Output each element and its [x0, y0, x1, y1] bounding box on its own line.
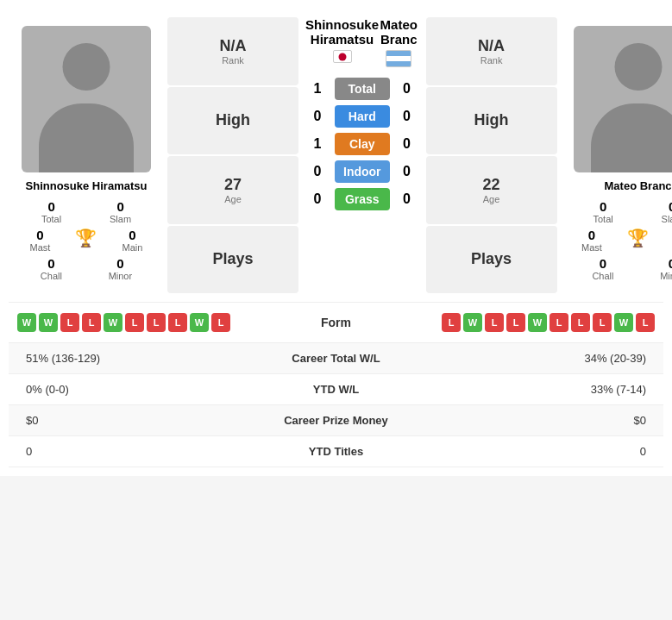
- right-player-name-header: Mateo Branc: [379, 17, 419, 47]
- stats-table-row: 0% (0-0) YTD W/L 33% (7-14): [9, 374, 663, 405]
- stats-col-left: 0% (0-0): [26, 383, 250, 396]
- left-stat-main: 0 Main: [122, 228, 143, 253]
- left-high-box: High: [167, 87, 298, 155]
- form-badge-left: L: [168, 313, 187, 332]
- left-player-avatar: [22, 26, 151, 172]
- form-badge-right: W: [528, 313, 547, 332]
- form-badge-left: L: [82, 313, 101, 332]
- left-stat-chall: 0 Chall: [41, 256, 62, 281]
- form-badge-left: W: [39, 313, 58, 332]
- left-flag: [333, 50, 352, 63]
- right-avatar-head: [614, 43, 662, 91]
- left-rank-box: N/A Rank: [167, 17, 298, 85]
- right-stat-slam: 0 Slam: [662, 199, 672, 224]
- left-stat-slam: 0 Slam: [110, 199, 131, 224]
- stats-col-left: 0: [26, 445, 250, 458]
- stats-col-center: YTD Titles: [250, 445, 423, 458]
- form-row: WWLLWLLLWL Form LWLLWLLLWL: [17, 313, 655, 332]
- score-row-total: 1 Total 0: [305, 78, 419, 100]
- stats-table-row: 51% (136-129) Career Total W/L 34% (20-3…: [9, 343, 663, 374]
- stats-col-left: 51% (136-129): [26, 352, 250, 365]
- right-middle-stats: N/A Rank High 22 Age Plays: [423, 17, 561, 293]
- left-age-box: 27 Age: [167, 156, 298, 224]
- form-badge-right: L: [636, 313, 655, 332]
- score-rows: 1 Total 0 0 Hard 0 1 Clay 0 0 Indoor: [305, 78, 419, 210]
- stats-table: 51% (136-129) Career Total W/L 34% (20-3…: [9, 342, 663, 467]
- form-badge-left: W: [104, 313, 122, 332]
- right-stats-row3: 0 Chall 0 Minor: [569, 256, 672, 281]
- form-badge-right: L: [571, 313, 590, 332]
- right-rank-box: N/A Rank: [426, 17, 557, 85]
- left-stat-mast: 0 Mast: [30, 228, 51, 253]
- left-plays-box: Plays: [167, 226, 298, 294]
- right-player-card: Mateo Branc 0 Total 0 Slam 0 Mast 🏆: [561, 17, 672, 293]
- trophy-icon-right: 🏆: [627, 228, 649, 253]
- form-badge-right: L: [442, 313, 461, 332]
- right-stats-row2: 0 Mast 🏆 0 Main: [569, 228, 672, 253]
- center-section: Shinnosuke Hiramatsu Mateo Branc: [302, 17, 423, 293]
- stats-col-right: 33% (7-14): [423, 383, 647, 396]
- main-container: Shinnosuke Hiramatsu 0 Total 0 Slam 0 Ma…: [0, 0, 672, 476]
- left-stat-total: 0 Total: [41, 199, 61, 224]
- stats-col-right: $0: [423, 414, 647, 427]
- stats-col-right: 0: [423, 445, 647, 458]
- form-badge-left: L: [125, 313, 144, 332]
- left-player-name-header: Shinnosuke Hiramatsu: [305, 17, 379, 47]
- form-badges-left: WWLLWLLLWL: [17, 313, 279, 332]
- left-stats-row2: 0 Mast 🏆 0 Main: [17, 228, 155, 253]
- form-badge-left: W: [190, 313, 209, 332]
- left-stats-row1: 0 Total 0 Slam: [17, 199, 155, 224]
- right-stats-row1: 0 Total 0 Slam: [569, 199, 672, 224]
- right-flag: [386, 50, 411, 67]
- form-section: WWLLWLLLWL Form LWLLWLLLWL: [9, 302, 663, 342]
- form-badges-right: LWLLWLLLWL: [393, 313, 656, 332]
- left-player-name: Shinnosuke Hiramatsu: [26, 179, 148, 192]
- stats-col-left: $0: [26, 414, 250, 427]
- top-section: Shinnosuke Hiramatsu 0 Total 0 Slam 0 Ma…: [9, 9, 663, 302]
- left-stat-minor: 0 Minor: [109, 256, 133, 281]
- form-badge-right: W: [614, 313, 633, 332]
- right-stat-mast: 0 Mast: [581, 228, 602, 253]
- right-stat-minor: 0 Minor: [660, 256, 672, 281]
- left-middle-stats: N/A Rank High 27 Age Plays: [164, 17, 302, 293]
- stats-table-row: $0 Career Prize Money $0: [9, 405, 663, 436]
- form-badge-left: L: [60, 313, 79, 332]
- form-badge-right: W: [463, 313, 482, 332]
- form-badge-right: L: [550, 313, 568, 332]
- score-row-hard: 0 Hard 0: [305, 105, 419, 128]
- left-avatar-body: [39, 103, 134, 172]
- form-badge-right: L: [593, 313, 612, 332]
- stats-col-right: 34% (20-39): [423, 352, 647, 365]
- form-label: Form: [285, 316, 388, 329]
- right-stat-chall: 0 Chall: [592, 256, 613, 281]
- form-badge-left: W: [17, 313, 36, 332]
- form-badge-right: L: [506, 313, 525, 332]
- score-row-clay: 1 Clay 0: [305, 133, 419, 155]
- trophy-icon-left: 🏆: [75, 228, 97, 253]
- right-player-avatar: [574, 26, 672, 172]
- score-row-grass: 0 Grass 0: [305, 188, 419, 210]
- right-high-box: High: [426, 87, 557, 155]
- right-avatar-body: [591, 103, 672, 172]
- stats-col-center: Career Total W/L: [250, 352, 423, 365]
- score-row-indoor: 0 Indoor 0: [305, 160, 419, 183]
- right-player-name: Mateo Branc: [605, 179, 672, 192]
- right-plays-box: Plays: [426, 226, 557, 294]
- form-badge-right: L: [485, 313, 504, 332]
- form-badge-left: L: [147, 313, 166, 332]
- left-player-card: Shinnosuke Hiramatsu 0 Total 0 Slam 0 Ma…: [9, 17, 164, 293]
- stats-col-center: YTD W/L: [250, 383, 423, 396]
- stats-table-row: 0 YTD Titles 0: [9, 436, 663, 467]
- right-stat-total: 0 Total: [593, 199, 612, 224]
- form-badge-left: L: [211, 313, 230, 332]
- left-avatar-head: [63, 43, 110, 91]
- right-age-box: 22 Age: [426, 156, 557, 224]
- stats-col-center: Career Prize Money: [250, 414, 423, 427]
- left-stats-row3: 0 Chall 0 Minor: [17, 256, 155, 281]
